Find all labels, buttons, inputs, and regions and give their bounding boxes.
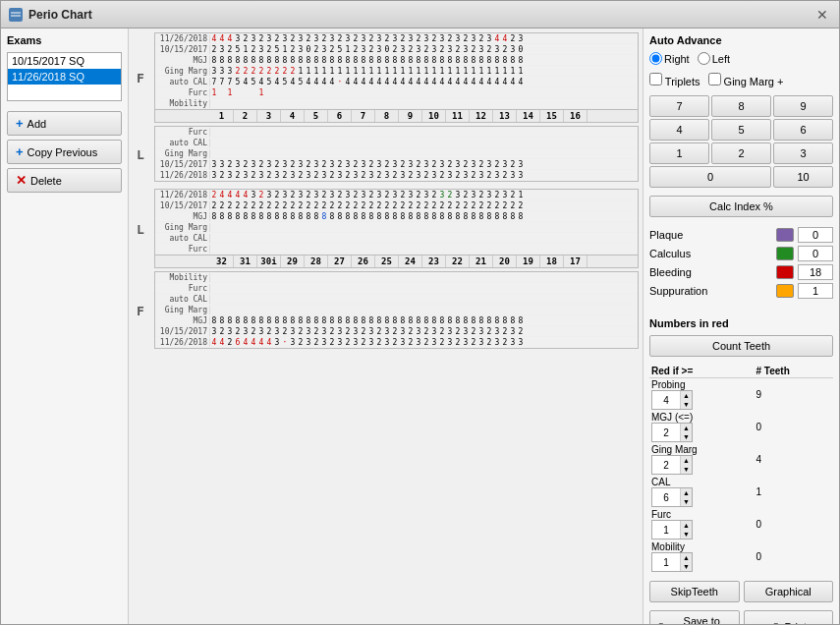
probing-val: 4 <box>652 395 680 406</box>
bleeding-value[interactable] <box>798 264 833 280</box>
save-to-images-button[interactable]: 🖨 Save to Images <box>649 610 740 624</box>
furc-lower-l-label: Furc <box>155 245 210 254</box>
mgj-count: 0 <box>755 411 833 443</box>
num-7-button[interactable]: 7 <box>649 95 709 117</box>
furc-down[interactable]: ▼ <box>681 530 692 539</box>
exam-item-2[interactable]: 11/26/2018 SQ <box>8 69 121 85</box>
ging-marg-lower-f-label: Ging Marg <box>155 306 210 314</box>
red-table: Red if >= # Teeth Probing 4 ▲ ▼ <box>649 365 833 573</box>
num-8-button[interactable]: 8 <box>711 95 771 117</box>
furc-table-label: Furc 1 ▲ ▼ <box>649 508 755 540</box>
mobility-up[interactable]: ▲ <box>681 553 692 562</box>
date1-lower-l-label: 11/26/2018 <box>155 191 210 199</box>
title-bar-left: Perio Chart <box>9 8 92 22</box>
title-bar: Perio Chart ✕ <box>1 1 839 28</box>
furc-val: 1 <box>652 525 680 536</box>
num-0-button[interactable]: 0 <box>649 166 771 188</box>
ging-marg-row-table: Ging Marg 2 ▲ ▼ 4 <box>649 443 833 476</box>
graphical-button[interactable]: Graphical <box>744 581 834 602</box>
tooth-num-row-top: 12345678910111213141516 <box>155 109 638 122</box>
print-button[interactable]: 🖨 Print <box>744 610 834 624</box>
mobility-lower-f-row: Mobility <box>155 272 638 283</box>
ging-marg-down[interactable]: ▼ <box>681 465 692 474</box>
suppuration-value[interactable] <box>798 283 833 299</box>
mgj-lower-l-data: 8888888888888888888888888888888888888888 <box>210 212 638 221</box>
facial-label-top: F <box>137 71 144 85</box>
num-2-button[interactable]: 2 <box>711 142 771 164</box>
num-5-button[interactable]: 5 <box>711 119 771 141</box>
suppuration-color <box>776 284 794 298</box>
suppuration-row: Suppuration <box>649 283 833 299</box>
probing-down[interactable]: ▼ <box>681 400 692 409</box>
count-teeth-button[interactable]: Count Teeth <box>649 335 833 357</box>
ging-marg-checkbox-wrapper: Ging Marg + <box>708 73 784 87</box>
furc-up[interactable]: ▲ <box>681 521 692 530</box>
right-label: Right <box>664 53 690 65</box>
calc-index-button[interactable]: Calc Index % <box>649 196 833 217</box>
left-radio[interactable] <box>698 52 710 65</box>
exam-item-1[interactable]: 10/15/2017 SQ <box>8 53 121 69</box>
add-label: Add <box>28 118 47 130</box>
date2-lower-l-data: 2222222222222222222222222222222222222222 <box>210 201 638 210</box>
ging-marg-checkbox[interactable] <box>708 73 721 85</box>
mgj-label-top: MGJ <box>155 56 210 65</box>
auto-cal-lower-f-label: auto CAL <box>155 295 210 304</box>
num-3-button[interactable]: 3 <box>773 142 833 164</box>
mgj-up[interactable]: ▲ <box>681 424 692 432</box>
window-close-button[interactable]: ✕ <box>813 6 831 24</box>
date2-lower-f-data: 3232323232323232323232323232323232323232 <box>210 327 638 336</box>
calculus-row: Calculus <box>649 246 833 261</box>
copy-icon: + <box>16 144 24 159</box>
num-1-button[interactable]: 1 <box>649 142 709 164</box>
date1-data-top: 4443232323232323232323232323232323234423 <box>210 34 638 43</box>
copy-previous-button[interactable]: + Copy Previous <box>7 140 122 164</box>
skip-teeth-button[interactable]: SkipTeeth <box>649 581 740 602</box>
perio-chart-window: Perio Chart ✕ Exams 10/15/2017 SQ 11/26/… <box>0 0 840 625</box>
copy-label: Copy Previous <box>28 146 98 158</box>
ging-marg-l-row: Ging Marg <box>155 148 638 159</box>
ging-marg-up[interactable]: ▲ <box>681 456 692 465</box>
right-panel: Auto Advance Right Left Triplets <box>643 28 839 624</box>
date1-l-row: 11/26/2018 32323232323232323232323232323… <box>155 170 638 181</box>
numbers-in-red-title: Numbers in red <box>649 317 833 329</box>
auto-advance-title: Auto Advance <box>649 34 833 46</box>
indices-section: Plaque Calculus Bleeding Suppuration <box>649 227 833 302</box>
date2-l-data: 3323232323232323232323232323232323232323 <box>210 160 638 169</box>
num-4-button[interactable]: 4 <box>649 119 709 141</box>
cal-count: 1 <box>755 476 833 508</box>
ging-marg-data-top: 3332222222211111111111111111111111111111 <box>210 67 638 76</box>
cal-up[interactable]: ▲ <box>681 488 692 497</box>
cal-down[interactable]: ▼ <box>681 497 692 506</box>
mgj-down[interactable]: ▼ <box>681 432 692 441</box>
add-button[interactable]: + Add <box>7 111 122 136</box>
mgj-row-table: MGJ (<=) 2 ▲ ▼ 0 <box>649 411 833 443</box>
tooth-numbers-top: 12345678910111213141516 <box>210 110 588 122</box>
ging-marg-label-top: Ging Marg <box>155 67 210 76</box>
triplets-checkbox[interactable] <box>649 73 662 85</box>
lower-lingual-section: L 11/26/2018 244443232323232323232323232… <box>133 189 639 268</box>
plaque-value[interactable] <box>798 227 833 243</box>
plaque-label: Plaque <box>649 229 772 241</box>
num-6-button[interactable]: 6 <box>773 119 833 141</box>
auto-cal-lower-l-row: auto CAL <box>155 233 638 244</box>
bottom-buttons-row1: SkipTeeth Graphical <box>649 581 833 602</box>
calculus-label: Calculus <box>649 248 772 259</box>
cal-val: 6 <box>652 492 680 503</box>
probing-count: 9 <box>755 378 833 412</box>
num-9-button[interactable]: 9 <box>773 95 833 117</box>
furc-row-table: Furc 1 ▲ ▼ 0 <box>649 508 833 540</box>
furc-lower-f-row: Furc <box>155 283 638 294</box>
probing-up[interactable]: ▲ <box>681 391 692 400</box>
save-to-images-label: Save to Images <box>669 615 735 624</box>
checkbox-group: Triplets Ging Marg + <box>649 73 833 87</box>
plaque-row: Plaque <box>649 227 833 243</box>
triplets-label: Triplets <box>665 76 700 87</box>
num-10-button[interactable]: 10 <box>773 166 833 188</box>
mgj-lower-f-row: MGJ 888888888888888888888888888888888888… <box>155 315 638 326</box>
lingual-label-lower: L <box>137 221 144 236</box>
mobility-down[interactable]: ▼ <box>681 562 692 571</box>
mobility-lower-f-label: Mobility <box>155 273 210 282</box>
right-radio[interactable] <box>649 52 662 65</box>
calculus-value[interactable] <box>798 246 833 261</box>
delete-button[interactable]: ✕ Delete <box>7 168 122 193</box>
